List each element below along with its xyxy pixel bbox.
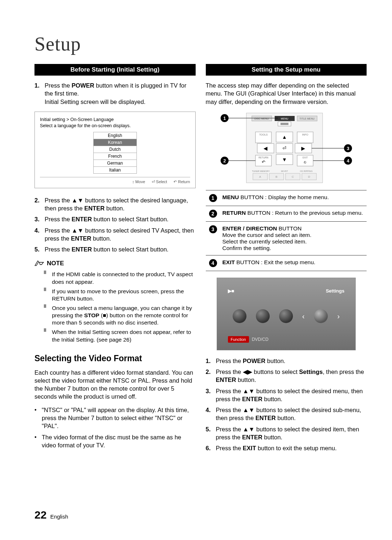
- chevron-right-icon: ›: [337, 312, 340, 321]
- svg-text:3: 3: [347, 146, 349, 151]
- callout-text: ENTER / DIRECTION BUTTONMove the cursor …: [220, 221, 367, 255]
- callout-number: 2: [209, 210, 217, 218]
- page-language: English: [50, 513, 68, 520]
- left-column: Before Starting (Initial Setting) 1.Pres…: [34, 64, 196, 455]
- osd-hint: ⏎ Select: [152, 180, 167, 184]
- svg-text:TUNER MEMORY: TUNER MEMORY: [252, 170, 270, 172]
- remote-diagram: DISC MENU MENU TITLE MENU TOOLS INFO ▲ ▼…: [206, 111, 367, 184]
- tv-settings-label: Settings: [326, 288, 344, 294]
- svg-text:▲: ▲: [282, 134, 287, 140]
- osd-language-item: German: [93, 160, 137, 167]
- step-text: Press the EXIT button to exit the setup …: [216, 444, 367, 452]
- step-text: Press the POWER button when it is plugge…: [45, 81, 196, 106]
- step-text: Press the ▲▼ buttons to select the desir…: [45, 196, 196, 213]
- osd-language-item: Dutch: [93, 146, 137, 153]
- callout-text: RETURN BUTTON : Return to the previous s…: [220, 206, 367, 221]
- callout-text: EXIT BUTTON : Exit the setup menu.: [220, 255, 367, 271]
- paragraph: Each country has a different video forma…: [34, 368, 196, 401]
- step-text: Press the ▲▼ buttons to select desired T…: [45, 226, 196, 243]
- osd-language-item: English: [93, 132, 137, 139]
- osd-footer: ↕ Move ⏎ Select ↶ Return: [40, 177, 190, 184]
- osd-hint: ↶ Return: [173, 180, 190, 184]
- tv-home-screen: ▶■ Settings ‹ › Function DVD/CD: [217, 278, 356, 350]
- step-text: Press the ◀▶ buttons to select Settings,…: [216, 368, 367, 384]
- page-number: 22: [34, 509, 46, 521]
- note-item: If you want to move to the previous scre…: [44, 288, 196, 302]
- tv-icon-row: ‹ ›: [228, 309, 345, 323]
- svg-text:TITLE MENU: TITLE MENU: [299, 117, 314, 120]
- page-title: Setup: [34, 33, 367, 55]
- osd-language-item: French: [93, 153, 137, 160]
- svg-text:MO/ST: MO/ST: [281, 170, 288, 172]
- svg-text:D: D: [308, 175, 310, 178]
- function-button: Function: [228, 336, 249, 343]
- steps-initial-1: 1.Press the POWER button when it is plug…: [34, 81, 196, 106]
- svg-text:EXIT: EXIT: [302, 156, 307, 159]
- svg-text:⏎: ⏎: [282, 145, 286, 151]
- osd-language-box: Initial setting > On-Screen Language Sel…: [34, 112, 196, 188]
- svg-text:DISC MENU: DISC MENU: [254, 117, 269, 120]
- svg-text:B: B: [275, 175, 277, 178]
- note-icon: [34, 260, 44, 267]
- svg-text:1: 1: [223, 116, 226, 121]
- callout-text: MENU BUTTON : Display the home menu.: [220, 190, 367, 206]
- page-footer: 22 English: [34, 509, 68, 521]
- svg-text:▼: ▼: [282, 157, 287, 162]
- callout-number: 3: [209, 225, 217, 233]
- tv-icon: [279, 309, 293, 323]
- svg-text:INFO: INFO: [302, 133, 308, 136]
- play-icon: ▶■: [228, 288, 234, 294]
- osd-hint: ↕ Move: [132, 180, 145, 184]
- note-label: NOTE: [47, 260, 64, 267]
- section-bar-before-starting: Before Starting (Initial Setting): [34, 64, 196, 76]
- right-column: Setting the Setup menu The access step m…: [206, 64, 367, 455]
- svg-text:TOOLS: TOOLS: [259, 133, 268, 136]
- svg-text:A: A: [259, 175, 261, 178]
- step-text: Press the ENTER button to select Start b…: [45, 215, 196, 223]
- step-text: Press the ▲▼ buttons to select the desir…: [216, 406, 367, 422]
- svg-rect-8: [280, 123, 288, 125]
- steps-initial-2: 2.Press the ▲▼ buttons to select the des…: [34, 196, 196, 254]
- tv-icon: [233, 309, 246, 323]
- osd-language-item: Korean: [93, 139, 137, 146]
- step-text: Press the ▲▼ buttons to select the desir…: [216, 387, 367, 403]
- paragraph: The access step may differ depending on …: [206, 81, 367, 106]
- osd-language-item: Italian: [93, 166, 137, 174]
- step-text: Press the POWER button.: [216, 357, 367, 365]
- bullet-list: "NTSC" or "PAL" will appear on the displ…: [34, 406, 196, 449]
- svg-text:▶: ▶: [301, 145, 305, 151]
- svg-text:MENU: MENU: [281, 117, 288, 120]
- callout-number: 4: [209, 259, 217, 267]
- svg-text:2: 2: [223, 158, 226, 164]
- note-item: If the HDMI cable is connected to the pr…: [44, 271, 196, 285]
- note-list: If the HDMI cable is connected to the pr…: [34, 271, 196, 343]
- svg-text:◀: ◀: [264, 145, 268, 151]
- osd-breadcrumb: Initial setting > On-Screen Language: [40, 117, 190, 122]
- chevron-left-icon: ‹: [302, 312, 305, 321]
- svg-text:4: 4: [347, 158, 350, 164]
- svg-text:↶: ↶: [261, 160, 265, 165]
- tv-icon: [256, 309, 270, 323]
- osd-prompt: Select a language for the on-screen disp…: [40, 123, 190, 128]
- svg-text:⎋: ⎋: [304, 160, 306, 164]
- bullet-item: "NTSC" or "PAL" will appear on the displ…: [34, 406, 196, 430]
- subheading-video-format: Selecting the Video Format: [34, 354, 196, 363]
- svg-text:RETURN: RETURN: [258, 156, 268, 159]
- osd-language-list: EnglishKoreanDutchFrenchGermanItalian: [93, 132, 137, 174]
- bullet-item: The video format of the disc must be the…: [34, 433, 196, 450]
- note-item: Once you select a menu language, you can…: [44, 305, 196, 326]
- section-bar-setup-menu: Setting the Setup menu: [206, 64, 367, 76]
- source-label: DVD/CD: [252, 337, 269, 342]
- steps-setup-menu: 1.Press the POWER button.2.Press the ◀▶ …: [206, 357, 367, 452]
- note-item: When the Initial Setting screen does not…: [44, 329, 196, 343]
- svg-text:C: C: [291, 175, 294, 178]
- callout-number: 1: [209, 194, 217, 202]
- step-text: Press the ENTER button to select Start b…: [45, 245, 196, 253]
- svg-text:CD RIPPING: CD RIPPING: [300, 170, 313, 172]
- step-text: Press the ▲▼ buttons to select the desir…: [216, 425, 367, 442]
- callout-table: 1MENU BUTTON : Display the home menu.2RE…: [206, 190, 367, 271]
- tv-icon-settings: [314, 309, 328, 323]
- note-heading: NOTE: [34, 260, 196, 267]
